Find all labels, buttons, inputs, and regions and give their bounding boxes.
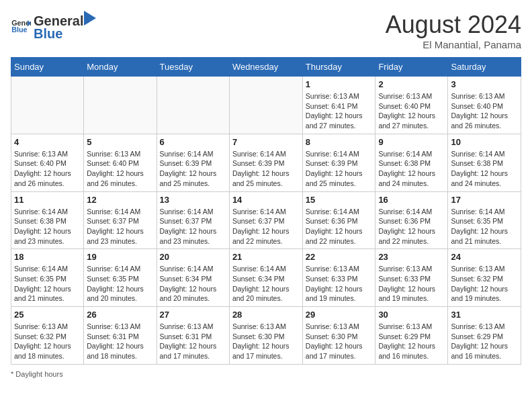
day-info: Sunrise: 6:13 AM Sunset: 6:40 PM Dayligh…	[87, 149, 153, 189]
day-number: 21	[232, 252, 300, 262]
day-number: 18	[14, 252, 81, 262]
page-header: General Blue General Blue August 2024 El…	[11, 11, 521, 50]
calendar-day-cell: 17Sunrise: 6:14 AM Sunset: 6:35 PM Dayli…	[448, 191, 521, 249]
day-info: Sunrise: 6:14 AM Sunset: 6:38 PM Dayligh…	[378, 149, 445, 189]
calendar-day-header: Sunday	[11, 58, 84, 77]
calendar-week-row: 4Sunrise: 6:13 AM Sunset: 6:40 PM Daylig…	[11, 134, 521, 191]
day-info: Sunrise: 6:14 AM Sunset: 6:36 PM Dayligh…	[306, 207, 373, 246]
calendar-day-header: Thursday	[302, 58, 375, 77]
day-number: 8	[306, 137, 373, 147]
location-subtitle: El Manantial, Panama	[386, 39, 521, 50]
calendar-day-cell: 26Sunrise: 6:13 AM Sunset: 6:31 PM Dayli…	[84, 307, 157, 365]
calendar-day-cell: 25Sunrise: 6:13 AM Sunset: 6:32 PM Dayli…	[11, 307, 84, 365]
calendar-day-cell	[11, 77, 84, 134]
day-info: Sunrise: 6:13 AM Sunset: 6:29 PM Dayligh…	[378, 322, 445, 361]
svg-marker-3	[84, 11, 96, 26]
day-number: 9	[378, 137, 445, 147]
day-info: Sunrise: 6:14 AM Sunset: 6:35 PM Dayligh…	[87, 264, 153, 304]
calendar-day-cell: 13Sunrise: 6:14 AM Sunset: 6:37 PM Dayli…	[157, 191, 229, 249]
day-info: Sunrise: 6:13 AM Sunset: 6:31 PM Dayligh…	[87, 322, 153, 361]
day-info: Sunrise: 6:13 AM Sunset: 6:33 PM Dayligh…	[378, 264, 445, 304]
calendar-day-cell: 16Sunrise: 6:14 AM Sunset: 6:36 PM Dayli…	[375, 191, 448, 249]
day-info: Sunrise: 6:14 AM Sunset: 6:35 PM Dayligh…	[14, 264, 81, 304]
day-number: 3	[451, 79, 518, 89]
calendar-day-cell: 15Sunrise: 6:14 AM Sunset: 6:36 PM Dayli…	[302, 191, 375, 249]
day-number: 13	[160, 195, 226, 205]
calendar-day-cell	[84, 77, 157, 134]
calendar-header-row: SundayMondayTuesdayWednesdayThursdayFrid…	[11, 58, 521, 77]
day-info: Sunrise: 6:14 AM Sunset: 6:34 PM Dayligh…	[160, 264, 226, 304]
day-number: 7	[232, 137, 300, 147]
calendar-day-cell	[157, 77, 229, 134]
calendar-day-cell: 14Sunrise: 6:14 AM Sunset: 6:37 PM Dayli…	[229, 191, 302, 249]
calendar-day-cell: 29Sunrise: 6:13 AM Sunset: 6:30 PM Dayli…	[302, 307, 375, 365]
calendar-day-cell: 12Sunrise: 6:14 AM Sunset: 6:37 PM Dayli…	[84, 191, 157, 249]
day-number: 27	[160, 310, 226, 320]
day-number: 25	[14, 310, 81, 320]
day-number: 30	[378, 310, 445, 320]
day-info: Sunrise: 6:14 AM Sunset: 6:38 PM Dayligh…	[14, 207, 81, 246]
calendar-day-cell: 9Sunrise: 6:14 AM Sunset: 6:38 PM Daylig…	[375, 134, 448, 191]
day-number: 24	[451, 252, 518, 262]
calendar-day-cell: 4Sunrise: 6:13 AM Sunset: 6:40 PM Daylig…	[11, 134, 84, 191]
day-info: Sunrise: 6:14 AM Sunset: 6:35 PM Dayligh…	[451, 207, 518, 246]
day-number: 14	[232, 195, 300, 205]
calendar-day-cell: 11Sunrise: 6:14 AM Sunset: 6:38 PM Dayli…	[11, 191, 84, 249]
calendar-day-header: Friday	[375, 58, 448, 77]
day-number: 31	[451, 310, 518, 320]
calendar-day-cell: 24Sunrise: 6:13 AM Sunset: 6:32 PM Dayli…	[448, 249, 521, 307]
day-number: 29	[306, 310, 373, 320]
day-info: Sunrise: 6:13 AM Sunset: 6:32 PM Dayligh…	[14, 322, 81, 361]
logo: General Blue General Blue	[11, 11, 97, 42]
calendar-day-cell: 27Sunrise: 6:13 AM Sunset: 6:31 PM Dayli…	[157, 307, 229, 365]
day-info: Sunrise: 6:14 AM Sunset: 6:37 PM Dayligh…	[232, 207, 300, 246]
svg-text:Blue: Blue	[11, 26, 27, 34]
day-info: Sunrise: 6:14 AM Sunset: 6:39 PM Dayligh…	[306, 149, 373, 189]
calendar-week-row: 1Sunrise: 6:13 AM Sunset: 6:41 PM Daylig…	[11, 77, 521, 134]
calendar-day-cell: 5Sunrise: 6:13 AM Sunset: 6:40 PM Daylig…	[84, 134, 157, 191]
calendar-day-cell: 21Sunrise: 6:14 AM Sunset: 6:34 PM Dayli…	[229, 249, 302, 307]
day-number: 1	[306, 79, 373, 89]
calendar-day-cell: 23Sunrise: 6:13 AM Sunset: 6:33 PM Dayli…	[375, 249, 448, 307]
day-info: Sunrise: 6:13 AM Sunset: 6:32 PM Dayligh…	[451, 264, 518, 304]
day-number: 11	[14, 195, 81, 205]
calendar-day-cell: 19Sunrise: 6:14 AM Sunset: 6:35 PM Dayli…	[84, 249, 157, 307]
day-info: Sunrise: 6:14 AM Sunset: 6:34 PM Dayligh…	[232, 264, 300, 304]
day-number: 6	[160, 137, 226, 147]
day-info: Sunrise: 6:14 AM Sunset: 6:39 PM Dayligh…	[232, 149, 300, 189]
day-number: 16	[378, 195, 445, 205]
day-number: 28	[232, 310, 300, 320]
logo-triangle-icon	[84, 11, 96, 26]
calendar-day-header: Wednesday	[229, 58, 302, 77]
day-info: Sunrise: 6:13 AM Sunset: 6:40 PM Dayligh…	[378, 91, 445, 131]
calendar-day-cell: 28Sunrise: 6:13 AM Sunset: 6:30 PM Dayli…	[229, 307, 302, 365]
day-number: 12	[87, 195, 153, 205]
calendar-week-row: 18Sunrise: 6:14 AM Sunset: 6:35 PM Dayli…	[11, 249, 521, 307]
day-info: Sunrise: 6:13 AM Sunset: 6:33 PM Dayligh…	[306, 264, 373, 304]
day-info: Sunrise: 6:14 AM Sunset: 6:37 PM Dayligh…	[87, 207, 153, 246]
calendar-day-cell: 18Sunrise: 6:14 AM Sunset: 6:35 PM Dayli…	[11, 249, 84, 307]
calendar-week-row: 25Sunrise: 6:13 AM Sunset: 6:32 PM Dayli…	[11, 307, 521, 365]
calendar-day-cell: 20Sunrise: 6:14 AM Sunset: 6:34 PM Dayli…	[157, 249, 229, 307]
calendar-day-cell: 22Sunrise: 6:13 AM Sunset: 6:33 PM Dayli…	[302, 249, 375, 307]
day-number: 10	[451, 137, 518, 147]
calendar-table: SundayMondayTuesdayWednesdayThursdayFrid…	[11, 57, 521, 365]
calendar-day-cell: 10Sunrise: 6:14 AM Sunset: 6:38 PM Dayli…	[448, 134, 521, 191]
day-number: 15	[306, 195, 373, 205]
day-number: 17	[451, 195, 518, 205]
day-info: Sunrise: 6:13 AM Sunset: 6:30 PM Dayligh…	[232, 322, 300, 361]
month-title: August 2024	[386, 11, 521, 39]
calendar-day-cell: 31Sunrise: 6:13 AM Sunset: 6:29 PM Dayli…	[448, 307, 521, 365]
day-number: 20	[160, 252, 226, 262]
logo-icon: General Blue	[11, 16, 31, 36]
day-number: 23	[378, 252, 445, 262]
calendar-day-cell: 3Sunrise: 6:13 AM Sunset: 6:40 PM Daylig…	[448, 77, 521, 134]
calendar-day-cell: 30Sunrise: 6:13 AM Sunset: 6:29 PM Dayli…	[375, 307, 448, 365]
title-block: August 2024 El Manantial, Panama	[386, 11, 521, 50]
day-info: Sunrise: 6:13 AM Sunset: 6:40 PM Dayligh…	[14, 149, 81, 189]
calendar-day-header: Tuesday	[157, 58, 229, 77]
day-info: Sunrise: 6:13 AM Sunset: 6:41 PM Dayligh…	[306, 91, 373, 131]
calendar-day-cell	[229, 77, 302, 134]
day-number: 2	[378, 79, 445, 89]
day-info: Sunrise: 6:13 AM Sunset: 6:40 PM Dayligh…	[451, 91, 518, 131]
